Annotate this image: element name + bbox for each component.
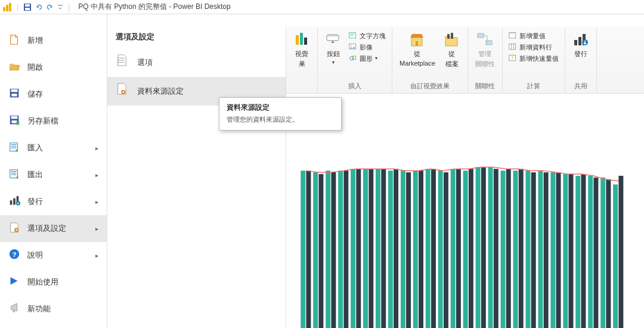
- svg-rect-10: [11, 116, 18, 119]
- file-menu-item-import[interactable]: 匯入▸: [0, 135, 107, 162]
- submenu-item[interactable]: 選項: [107, 48, 286, 77]
- file-menu-item-label: 發行: [27, 197, 43, 207]
- window-title: PQ 中具有 Python 的完整值 - Power BI Desktop: [78, 2, 230, 12]
- svg-rect-7: [11, 89, 18, 92]
- file-menu: 新增開啟儲存另存新檔匯入▸匯出▸發行▸選項及設定▸?說明▸開始使用新功能: [0, 14, 107, 328]
- svg-rect-45: [509, 55, 516, 61]
- bar-b: [481, 167, 486, 328]
- file-menu-item-open[interactable]: 開啟: [0, 54, 107, 81]
- ribbon-button-按鈕[interactable]: 按鈕▾: [323, 29, 344, 66]
- ribbon-button[interactable]: 從Marketplace: [397, 29, 438, 70]
- ribbon-group-label: 插入: [318, 82, 392, 91]
- open-icon: [8, 61, 20, 75]
- submenu-title: 選項及設定: [107, 27, 286, 48]
- publish-icon: [8, 195, 20, 209]
- chevron-down-icon: ▾: [332, 60, 335, 65]
- svg-rect-31: [327, 35, 339, 36]
- file-menu-item-publish[interactable]: 發行▸: [0, 188, 107, 215]
- bar-b: [331, 172, 336, 328]
- svg-rect-11: [11, 120, 17, 123]
- bar-a: [476, 167, 481, 328]
- file-menu-item-start[interactable]: 開始使用: [0, 269, 107, 296]
- ribbon-button-small[interactable]: 新增量值: [507, 30, 560, 41]
- svg-rect-5: [25, 8, 30, 10]
- chevron-right-icon: ▸: [95, 172, 98, 178]
- file-menu-item-whatsnew[interactable]: 新功能: [0, 296, 107, 323]
- whatsnew-icon: [8, 302, 20, 316]
- bar-b: [406, 172, 411, 328]
- ribbon-group-label: 共用: [565, 82, 596, 91]
- save-icon[interactable]: [23, 3, 32, 11]
- svg-rect-37: [416, 41, 418, 46]
- options-submenu: 選項及設定 選項資料來源設定: [107, 27, 286, 328]
- svg-rect-46: [574, 40, 577, 45]
- file-menu-item-options[interactable]: 選項及設定▸: [0, 215, 107, 242]
- chevron-right-icon: ▸: [95, 225, 98, 232]
- bar-a: [313, 172, 318, 328]
- bar-a: [525, 171, 530, 328]
- redo-icon[interactable]: [45, 3, 54, 11]
- bar-b: [494, 169, 499, 328]
- import-icon: [8, 141, 20, 155]
- ribbon-button-small[interactable]: 新增快速量值: [507, 53, 560, 64]
- svg-point-34: [351, 45, 352, 47]
- file-menu-item-help[interactable]: ?說明▸: [0, 242, 107, 269]
- svg-rect-14: [10, 200, 13, 205]
- tooltip-body: 管理您的資料來源設定。: [227, 115, 334, 124]
- svg-point-22: [118, 57, 119, 58]
- ribbon-button-small[interactable]: 影像: [348, 42, 387, 52]
- file-menu-item-label: 開啟: [27, 63, 43, 73]
- svg-rect-38: [447, 34, 450, 39]
- bar-a: [451, 169, 456, 328]
- chart: [286, 155, 638, 328]
- bar-a: [513, 171, 518, 328]
- bar-a: [538, 171, 543, 328]
- bar-b: [394, 169, 398, 328]
- undo-icon[interactable]: [35, 3, 44, 11]
- svg-point-35: [350, 57, 354, 60]
- ribbon-button-small[interactable]: 文字方塊: [348, 30, 387, 41]
- file-menu-item-label: 新增: [27, 36, 43, 46]
- chart-svg: [286, 155, 638, 328]
- file-menu-item-label: 開始使用: [27, 277, 58, 287]
- file-menu-item-saveas[interactable]: 另存新檔: [0, 108, 107, 135]
- bar-a: [351, 169, 355, 328]
- file-menu-item-export[interactable]: 匯出▸: [0, 162, 107, 188]
- ribbon-button-small[interactable]: 圖形▾: [348, 53, 387, 64]
- file-menu-item-save[interactable]: 儲存: [0, 81, 107, 108]
- ribbon-button-small[interactable]: 新增資料行: [507, 42, 560, 52]
- bar-a: [550, 172, 555, 328]
- tooltip-title: 資料來源設定: [227, 103, 334, 113]
- ribbon-button-partial[interactable]: 視覺果: [291, 29, 312, 70]
- qat-dropdown-icon[interactable]: [57, 4, 63, 10]
- ribbon-group: 發行共用: [565, 27, 597, 93]
- svg-rect-27: [296, 35, 299, 45]
- bar-a: [388, 171, 393, 328]
- ribbon-button[interactable]: 發行: [570, 29, 592, 60]
- bar-a: [563, 174, 568, 328]
- file-menu-item-label: 儲存: [27, 89, 43, 100]
- ribbon-button[interactable]: 從檔案: [441, 29, 463, 70]
- svg-rect-28: [300, 33, 303, 45]
- bar-a: [600, 178, 605, 328]
- file-menu-item-new[interactable]: 新增: [0, 27, 107, 54]
- bar-a: [301, 171, 305, 328]
- ribbon-group-label: 自訂視覺效果: [392, 82, 467, 91]
- svg-rect-15: [13, 198, 16, 205]
- ribbon-group: 管理關聯性關聯性: [468, 27, 503, 93]
- bar-a: [338, 171, 343, 328]
- ribbon: 視覺果按鈕▾文字方塊影像圖形▾插入從Marketplace從檔案自訂視覺效果管理…: [286, 27, 644, 94]
- ribbon-button[interactable]: 管理關聯性: [473, 29, 497, 70]
- title-bar: | | PQ 中具有 Python 的完整值 - Power BI Deskto…: [0, 0, 644, 14]
- bar-b: [444, 172, 448, 328]
- bar-a: [401, 171, 405, 328]
- save-icon: [8, 88, 20, 101]
- export-icon: [8, 168, 20, 182]
- start-icon: [8, 276, 20, 289]
- svg-rect-2: [9, 3, 11, 11]
- separator: |: [17, 3, 18, 11]
- svg-rect-36: [352, 56, 355, 59]
- bar-a: [413, 171, 418, 328]
- tooltip: 資料來源設定 管理您的資料來源設定。: [219, 97, 342, 131]
- chevron-down-icon: ▾: [375, 54, 377, 63]
